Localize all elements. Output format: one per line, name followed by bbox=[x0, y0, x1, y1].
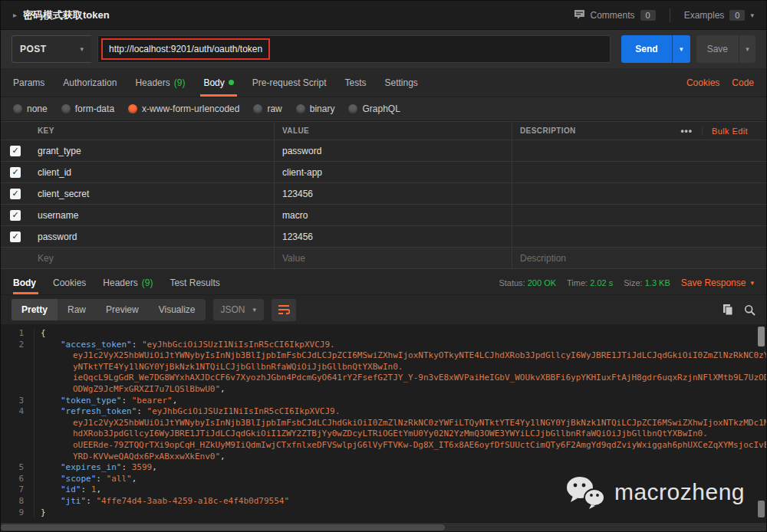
description-placeholder: Description bbox=[520, 253, 566, 264]
cookies-link[interactable]: Cookies bbox=[686, 77, 719, 88]
save-button[interactable]: Save ▾ bbox=[696, 35, 755, 63]
response-tab-body[interactable]: Body bbox=[13, 271, 44, 294]
body-mode-none[interactable]: none bbox=[13, 103, 48, 114]
line-number: 7 bbox=[1, 484, 35, 496]
body-mode-form-data[interactable]: form-data bbox=[61, 103, 114, 114]
vertical-scrollbar-thumb[interactable] bbox=[758, 327, 765, 346]
body-mode-urlencoded[interactable]: x-www-form-urlencoded bbox=[128, 103, 239, 114]
response-body-viewer[interactable]: 1{2"access_token": "eyJhbGciOiJSUzI1NiIs… bbox=[1, 324, 766, 522]
send-options-button[interactable]: ▾ bbox=[672, 35, 690, 63]
time-label: Time: bbox=[567, 278, 588, 287]
row-checkbox[interactable]: ✓ bbox=[10, 232, 21, 242]
bulk-edit-button[interactable]: Bulk Edit bbox=[702, 126, 759, 136]
code-line: ODWgZ9JcMFxGRXZI7u7LQSlBbwU0", bbox=[1, 384, 766, 396]
code-line: eyJ1c2VyX25hbWUiOiJtYWNybyIsInNjb3BlIjpb… bbox=[1, 350, 766, 362]
url-input[interactable]: http://localhost:9201/auth/oauth/token bbox=[97, 35, 611, 63]
tab-authorization[interactable]: Authorization bbox=[54, 68, 126, 97]
tab-tests[interactable]: Tests bbox=[335, 68, 375, 97]
table-header-row: KEY VALUE DESCRIPTION ••• Bulk Edit bbox=[1, 121, 766, 140]
send-button[interactable]: Send ▾ bbox=[621, 35, 690, 63]
response-tab-cookies-label: Cookies bbox=[53, 277, 86, 288]
row-checkbox[interactable]: ✓ bbox=[10, 210, 21, 221]
body-mode-graphql[interactable]: GraphQL bbox=[348, 103, 400, 114]
save-options-button[interactable]: ▾ bbox=[739, 35, 755, 63]
green-dot-icon bbox=[229, 80, 234, 85]
tab-body[interactable]: Body bbox=[194, 68, 242, 97]
table-row: ✓ client_secret 123456 bbox=[1, 183, 766, 205]
examples-label: Examples bbox=[684, 10, 725, 21]
disclosure-triangle-icon[interactable]: ▸ bbox=[13, 11, 17, 19]
request-url-bar: POST ▾ http://localhost:9201/auth/oauth/… bbox=[1, 30, 766, 68]
code-line: hdXRob3JpdGllcyI6WyJBRE1JTiJdLCJqdGkiOiI… bbox=[1, 429, 766, 440]
more-actions-icon[interactable]: ••• bbox=[671, 126, 702, 136]
param-key: client_id bbox=[38, 167, 71, 178]
view-pretty-button[interactable]: Pretty bbox=[12, 299, 58, 320]
view-preview-button[interactable]: Preview bbox=[96, 299, 149, 320]
horizontal-scrollbar-thumb[interactable] bbox=[1, 524, 445, 530]
line-number: 8 bbox=[1, 496, 35, 507]
chevron-down-icon: ▾ bbox=[746, 45, 749, 53]
response-view-switcher: Pretty Raw Preview Visualize bbox=[12, 299, 206, 320]
response-tab-test-results[interactable]: Test Results bbox=[161, 271, 228, 294]
response-tab-cookies[interactable]: Cookies bbox=[44, 271, 94, 294]
method-select[interactable]: POST ▾ bbox=[12, 35, 91, 63]
tab-headers[interactable]: Headers (9) bbox=[126, 68, 194, 97]
code-line: eyJ1c2VyX25hbWUiOiJtYWNybyIsInNjb3BlIjpb… bbox=[1, 418, 766, 429]
tab-tests-label: Tests bbox=[344, 77, 366, 88]
tab-headers-count: (9) bbox=[174, 77, 186, 88]
line-number bbox=[1, 452, 35, 463]
radio-icon bbox=[348, 104, 357, 113]
param-key: client_secret bbox=[38, 189, 89, 199]
radio-selected-icon bbox=[128, 104, 137, 113]
response-tab-test-results-label: Test Results bbox=[170, 277, 219, 288]
url-text-highlighted: http://localhost:9201/auth/oauth/token bbox=[101, 38, 270, 60]
param-value: password bbox=[282, 146, 321, 156]
code-link[interactable]: Code bbox=[732, 77, 754, 88]
horizontal-scrollbar[interactable] bbox=[1, 522, 766, 531]
table-header-checkbox-cell bbox=[1, 122, 30, 140]
key-placeholder-cell[interactable]: Key bbox=[30, 248, 275, 268]
urlencoded-params-table: KEY VALUE DESCRIPTION ••• Bulk Edit ✓ gr… bbox=[1, 121, 766, 269]
save-response-button[interactable]: Save Response ▾ bbox=[681, 277, 754, 288]
body-mode-raw[interactable]: raw bbox=[253, 103, 281, 114]
code-line: 5"expires_in": 3599, bbox=[1, 462, 766, 474]
line-number bbox=[1, 440, 35, 452]
view-visualize-button[interactable]: Visualize bbox=[149, 299, 206, 320]
tab-settings[interactable]: Settings bbox=[376, 68, 427, 97]
tab-params[interactable]: Params bbox=[13, 68, 54, 97]
comment-icon bbox=[574, 9, 585, 21]
status-label: Status: bbox=[499, 278, 525, 287]
view-raw-button[interactable]: Raw bbox=[58, 299, 96, 320]
copy-icon[interactable] bbox=[723, 304, 733, 316]
table-row: ✓ username macro bbox=[1, 205, 766, 226]
row-checkbox[interactable]: ✓ bbox=[10, 167, 21, 178]
tab-prerequest-script[interactable]: Pre-request Script bbox=[243, 68, 336, 97]
vertical-scrollbar-thumb[interactable] bbox=[758, 501, 765, 517]
row-checkbox[interactable]: ✓ bbox=[10, 189, 21, 199]
examples-count-badge: 0 bbox=[729, 10, 745, 21]
comments-button[interactable]: Comments 0 bbox=[574, 9, 656, 21]
size-label: Size: bbox=[624, 278, 642, 287]
response-tab-headers[interactable]: Headers (9) bbox=[94, 271, 161, 294]
chevron-down-icon: ▾ bbox=[253, 306, 257, 314]
watermark: macrozheng bbox=[564, 475, 745, 510]
body-mode-binary[interactable]: binary bbox=[296, 103, 335, 114]
value-placeholder-cell[interactable]: Value bbox=[275, 248, 512, 268]
code-line: 3"token_type": "bearer", bbox=[1, 396, 766, 407]
size-value: 1.3 KB bbox=[645, 278, 670, 287]
table-header-description: DESCRIPTION ••• Bulk Edit bbox=[512, 122, 766, 140]
row-checkbox[interactable]: ✓ bbox=[10, 146, 21, 156]
radio-icon bbox=[13, 104, 22, 113]
status-badge: 200 OK bbox=[528, 278, 556, 287]
description-placeholder-cell[interactable]: Description bbox=[512, 248, 766, 268]
radio-icon bbox=[253, 104, 262, 113]
search-icon[interactable] bbox=[744, 304, 755, 316]
param-key: username bbox=[38, 210, 78, 221]
examples-button[interactable]: Examples 0 ▾ bbox=[684, 10, 754, 21]
wrap-lines-button[interactable] bbox=[272, 299, 296, 321]
format-select[interactable]: JSON ▾ bbox=[213, 299, 265, 320]
response-tab-headers-label: Headers bbox=[103, 277, 137, 288]
line-number bbox=[1, 373, 35, 384]
tab-settings-label: Settings bbox=[385, 77, 418, 88]
request-title-bar: ▸ 密码模式获取token Comments 0 Examples 0 ▾ bbox=[1, 1, 766, 30]
